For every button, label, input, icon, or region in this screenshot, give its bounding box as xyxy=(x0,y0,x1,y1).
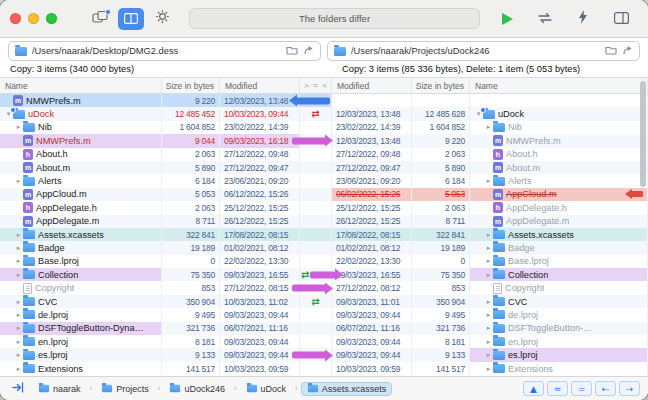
diff-row[interactable]: ▸CVC350 90410/03/2023, 11:02⇄09/03/2023,… xyxy=(0,295,648,308)
swap-sides-button[interactable] xyxy=(532,8,558,30)
breadcrumb-item[interactable]: naarak xyxy=(32,382,87,396)
diff-row[interactable]: ▸Extensions141 51710/03/2023, 09:5910/03… xyxy=(0,362,648,375)
open-folder-icon[interactable] xyxy=(286,45,298,57)
direction-cell xyxy=(300,308,332,321)
diff-row[interactable]: mAppDelegate.m8 71126/12/2022, 15:2526/1… xyxy=(0,215,648,228)
diff-row[interactable]: ▸es.lproj9 13309/03/2023, 09:4409/03/202… xyxy=(0,348,648,361)
filter-right-orphans-button[interactable]: ⇢ xyxy=(619,381,640,396)
badge-icon xyxy=(10,107,16,112)
disclosure-icon[interactable]: ▸ xyxy=(484,338,493,346)
column-header-name-right[interactable]: Name xyxy=(470,78,648,93)
disclosure-icon[interactable]: ▸ xyxy=(484,298,493,306)
minimize-button[interactable] xyxy=(28,13,39,24)
column-header-name-left[interactable]: Name xyxy=(0,78,162,93)
filter-conflicts-button[interactable]: ▲ xyxy=(523,381,544,396)
disclosure-icon[interactable]: ▸ xyxy=(14,231,23,239)
diff-row[interactable]: hAppDelegate.h2 06325/12/2022, 15:2525/1… xyxy=(0,201,648,214)
diff-row[interactable]: Copyright85327/12/2022, 08:1527/12/2022,… xyxy=(0,281,648,294)
disclosure-icon[interactable]: ▸ xyxy=(484,231,493,239)
disclosure-icon[interactable]: ▸ xyxy=(14,298,23,306)
column-header-modified-right[interactable]: Modified xyxy=(332,78,412,93)
breadcrumb-item[interactable]: uDock xyxy=(240,382,293,396)
column-header-modified-left[interactable]: Modified xyxy=(220,78,300,93)
right-summary: Copy: 3 items (85 336 bytes), Delete: 1 … xyxy=(312,64,638,74)
vertical-scrollbar[interactable] xyxy=(640,81,646,187)
filter-different-button[interactable]: ≈ xyxy=(547,381,568,396)
size-value-right: 9 495 xyxy=(445,310,465,320)
disclosure-icon[interactable]: ▸ xyxy=(484,257,493,265)
diff-row[interactable]: mAbout.m5 89027/12/2022, 09:4727/12/2022… xyxy=(0,161,648,174)
size-value-left: 9 220 xyxy=(195,96,215,106)
disclosure-icon[interactable]: ▸ xyxy=(14,271,23,279)
column-header-size-right[interactable]: Size in bytes xyxy=(412,78,470,93)
reveal-path-button[interactable] xyxy=(8,381,28,397)
header-file-icon: h xyxy=(493,149,503,160)
disclosure-icon[interactable]: ▸ xyxy=(14,338,23,346)
disclosure-icon[interactable]: ▸ xyxy=(484,244,493,252)
filter-equal-button[interactable]: = xyxy=(571,381,592,396)
disclosure-icon[interactable]: ▸ xyxy=(484,123,493,131)
right-path-field[interactable]: /Users/naarak/Projects/uDock246 xyxy=(327,41,640,61)
file-name-cell-left: mAppCloud.m xyxy=(0,188,162,201)
breadcrumb-item[interactable]: Projects xyxy=(95,382,155,396)
disclosure-icon[interactable]: ▸ xyxy=(484,177,493,185)
disclosure-icon[interactable]: ▸ xyxy=(14,324,23,332)
folder-icon xyxy=(493,337,505,346)
diff-row[interactable]: ▸en.lproj8 18109/03/2023, 09:4409/03/202… xyxy=(0,335,648,348)
folder-icon xyxy=(308,385,318,393)
disclosure-icon[interactable]: ▸ xyxy=(14,351,23,359)
close-button[interactable] xyxy=(10,13,21,24)
breadcrumb-item[interactable]: Assets.xcassets xyxy=(301,382,393,396)
conflict-diff-icon: ⇄ xyxy=(311,109,319,119)
disclosure-icon[interactable]: ▸ xyxy=(484,365,493,373)
diff-row[interactable]: ▸Collection75 35009/03/2023, 16:55⇄09/03… xyxy=(0,268,648,281)
diff-row[interactable]: ▾uDock12 485 45210/03/2023, 09:44⇄12/03/… xyxy=(0,107,648,120)
modified-value-right: 06/07/2021, 11:16 xyxy=(336,323,400,333)
file-name: Extensions xyxy=(508,364,553,374)
actions-button[interactable] xyxy=(570,8,596,30)
run-sync-button[interactable] xyxy=(494,8,520,30)
diff-row[interactable]: mNMWPrefs.m9 04409/03/2023, 16:1812/03/2… xyxy=(0,134,648,147)
modified-value-left-cell: 06/12/2022, 15:26 xyxy=(220,188,300,201)
left-path-field[interactable]: /Users/naarak/Desktop/DMG2.dess xyxy=(8,41,321,61)
disclosure-icon[interactable]: ▸ xyxy=(14,123,23,131)
file-name: AppDelegate.h xyxy=(36,203,97,213)
disclosure-icon[interactable]: ▸ xyxy=(14,311,23,319)
diff-row[interactable]: ▸Base.lproj022/02/2022, 13:3022/02/2022,… xyxy=(0,255,648,268)
open-folder-icon[interactable] xyxy=(605,45,617,57)
diff-row[interactable]: ▸Alerts6 18423/06/2021, 09:2023/06/2021,… xyxy=(0,174,648,187)
column-header-size-left[interactable]: Size in bytes xyxy=(162,78,220,93)
disclosure-icon[interactable]: ▸ xyxy=(484,351,493,359)
disclosure-icon[interactable]: ▸ xyxy=(14,365,23,373)
diff-row[interactable]: ▸de.lproj9 49509/03/2023, 09:4409/03/202… xyxy=(0,308,648,321)
diff-table: Name Size in bytes Modified > ≈ < Modifi… xyxy=(0,77,648,376)
size-value-left: 1 604 852 xyxy=(179,122,215,132)
diff-row[interactable]: ▸Badge19 18901/02/2021, 08:1201/02/2021,… xyxy=(0,241,648,254)
zoom-button[interactable] xyxy=(46,13,57,24)
diff-row[interactable]: ▸Assets.xcassets322 84117/08/2022, 08:15… xyxy=(0,228,648,241)
diff-row[interactable]: ▸DSFToggleButton-Dyna…321 73606/07/2021,… xyxy=(0,322,648,335)
disclosure-icon[interactable]: ▸ xyxy=(484,324,493,332)
size-value-right: 1 604 852 xyxy=(429,122,465,132)
goto-arrow-icon[interactable] xyxy=(303,45,314,57)
goto-arrow-icon[interactable] xyxy=(622,45,633,57)
disclosure-icon[interactable]: ▸ xyxy=(14,257,23,265)
settings-button[interactable] xyxy=(149,8,175,30)
diff-row[interactable]: mNMWPrefs.m9 22012/03/2023, 13:48 xyxy=(0,94,648,107)
diff-row[interactable]: ▸Nib1 604 85223/02/2022, 14:3923/02/2022… xyxy=(0,121,648,134)
modified-value-right: 27/12/2022, 08:12 xyxy=(336,283,400,293)
file-name: Alerts xyxy=(38,176,62,186)
disclosure-icon[interactable]: ▸ xyxy=(14,244,23,252)
diff-row[interactable]: hAbout.h2 06327/12/2022, 09:4827/12/2022… xyxy=(0,148,648,161)
filter-left-orphans-button[interactable]: ⇠ xyxy=(595,381,616,396)
split-layout-icon xyxy=(614,10,629,28)
breadcrumb-separator-icon: › xyxy=(157,384,162,393)
disclosure-icon[interactable]: ▸ xyxy=(14,177,23,185)
compare-folders-button[interactable] xyxy=(87,8,113,30)
disclosure-icon[interactable]: ▸ xyxy=(484,311,493,319)
disclosure-icon[interactable]: ▸ xyxy=(484,271,493,279)
breadcrumb-item[interactable]: uDock246 xyxy=(163,382,231,396)
diff-row[interactable]: mAppCloud.m5 05306/12/2022, 15:2606/02/2… xyxy=(0,188,648,201)
dual-pane-view-button[interactable] xyxy=(118,8,144,30)
layout-button[interactable] xyxy=(608,8,634,30)
